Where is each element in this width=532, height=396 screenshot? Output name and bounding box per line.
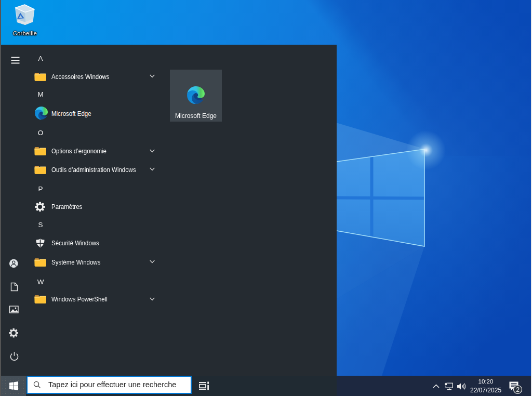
svg-text:2: 2 <box>516 386 520 393</box>
